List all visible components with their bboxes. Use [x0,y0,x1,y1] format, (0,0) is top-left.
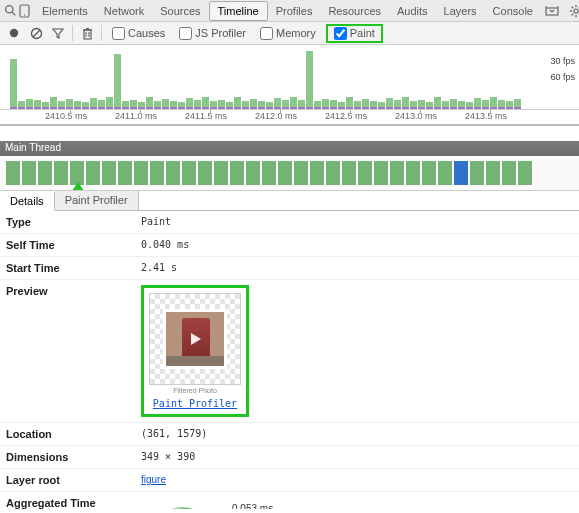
checkbox-jsprofiler[interactable]: JS Profiler [175,26,250,41]
play-icon [191,333,201,345]
preview-image [163,309,227,369]
tab-sources[interactable]: Sources [152,2,208,20]
time-ruler: 2410.5 ms2411.0 ms2411.5 ms2412.0 ms2412… [0,110,579,126]
tab-profiles[interactable]: Profiles [268,2,321,20]
checkbox-label: JS Profiler [195,27,246,39]
layer-root-value: figure [135,469,579,491]
type-value: Paint [135,211,579,233]
pie-legend: 0.053 ms 0.040 ms Painting (Self) 0.013 … [232,503,375,509]
thread-header: Main Thread [0,141,579,156]
svg-point-3 [24,14,26,16]
tab-resources[interactable]: Resources [320,2,389,20]
svg-line-1 [12,12,15,15]
row-label: Aggregated Time [0,492,135,509]
dimensions-value: 349 × 390 [135,446,579,468]
devtools-tabbar: Elements Network Sources Timeline Profil… [0,0,579,22]
row-label: Start Time [0,257,135,279]
drawer-icon[interactable] [543,2,561,20]
paint-profiler-link[interactable]: Paint Profiler [149,398,241,409]
gear-icon[interactable] [567,2,579,20]
row-label: Location [0,423,135,445]
preview-highlight: Filtered Photo Paint Profiler [141,285,249,417]
overview-bars [10,51,569,109]
pie-chart [145,503,220,509]
fps-overview-chart[interactable]: 30 fps 60 fps [0,48,579,110]
tab-details[interactable]: Details [0,192,55,211]
svg-line-14 [572,13,574,15]
svg-point-18 [10,29,18,37]
thread-label: Main Thread [5,142,61,153]
checkbox-label: Causes [128,27,165,39]
row-label: Dimensions [0,446,135,468]
row-label: Layer root [0,469,135,491]
spacer [0,126,579,141]
preview-caption: Filtered Photo [149,387,241,394]
preview-cell: Filtered Photo Paint Profiler [135,280,579,422]
svg-point-0 [6,6,13,13]
flame-chart[interactable] [0,156,579,191]
separator [101,25,102,41]
checkbox-paint[interactable]: Paint [330,26,379,41]
paint-option-highlight: Paint [326,24,383,43]
tab-layers[interactable]: Layers [436,2,485,20]
tab-console[interactable]: Console [485,2,541,20]
starttime-value: 2.41 s [135,257,579,279]
svg-point-7 [574,8,578,12]
svg-line-12 [572,6,574,8]
checkbox-memory[interactable]: Memory [256,26,320,41]
detail-tabs: Details Paint Profiler [0,191,579,211]
tab-elements[interactable]: Elements [34,2,96,20]
row-label: Type [0,211,135,233]
tab-timeline[interactable]: Timeline [209,1,268,21]
checkbox-label: Memory [276,27,316,39]
checkbox-causes[interactable]: Causes [108,26,169,41]
selection-arrow-icon [72,182,84,191]
tab-audits[interactable]: Audits [389,2,436,20]
location-value: (361, 1579) [135,423,579,445]
agg-total: 0.053 ms [232,503,375,509]
svg-line-20 [33,30,40,37]
device-icon[interactable] [19,2,30,20]
layer-root-link[interactable]: figure [141,474,166,485]
tab-network[interactable]: Network [96,2,152,20]
details-panel: TypePaint Self Time0.040 ms Start Time2.… [0,211,579,509]
separator [72,25,73,41]
aggregated-cell: 0.053 ms 0.040 ms Painting (Self) 0.013 … [135,492,579,509]
filter-icon[interactable] [50,25,66,41]
record-button[interactable] [6,25,22,41]
checkbox-label: Paint [350,27,375,39]
preview-thumbnail[interactable] [149,293,241,385]
gc-icon[interactable] [79,25,95,41]
row-label: Preview [0,280,135,422]
svg-rect-22 [84,30,91,39]
tab-paint-profiler[interactable]: Paint Profiler [55,191,139,210]
row-label: Self Time [0,234,135,256]
svg-marker-21 [53,29,63,38]
clear-button[interactable] [28,25,44,41]
search-icon[interactable] [4,2,17,20]
panel-tabs: Elements Network Sources Timeline Profil… [34,1,541,21]
selftime-value: 0.040 ms [135,234,579,256]
timeline-toolbar: Causes JS Profiler Memory Paint [0,22,579,45]
